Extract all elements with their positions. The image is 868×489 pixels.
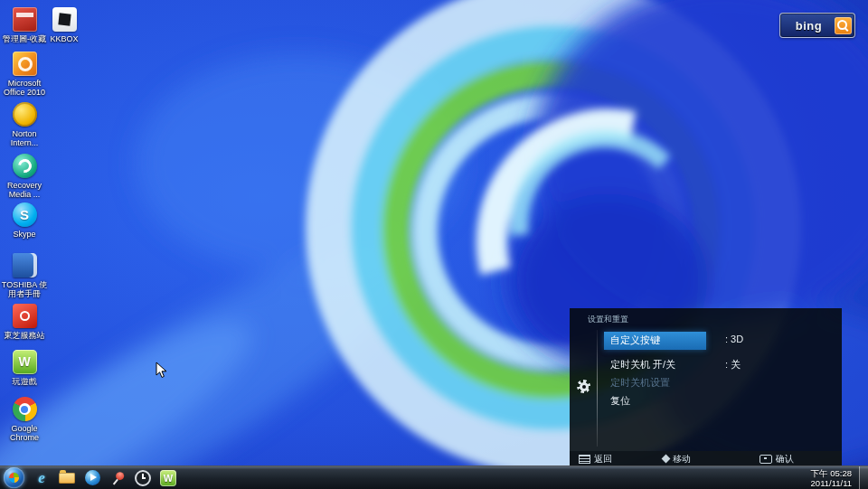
osd-item-custom-key[interactable]: 自定义按键 : 3D <box>604 332 835 350</box>
recovery-icon <box>13 154 37 178</box>
osd-item-label: 定时关机设置 <box>604 374 670 392</box>
tray-date: 2011/11/11 <box>811 478 852 488</box>
bing-search-button[interactable] <box>835 17 852 34</box>
osd-item-sleep-timer-onoff[interactable]: 定时关机 开/关 : 关 <box>604 356 835 374</box>
desktop-icon-label: Recovery Media ... <box>0 181 51 199</box>
desktop-icon-label: TOSHIBA 使用者手冊 <box>0 280 51 298</box>
tray-clock[interactable]: 下午 05:28 2011/11/11 <box>804 468 859 488</box>
menu-icon <box>579 455 590 464</box>
taskbar-media-player[interactable] <box>80 467 104 488</box>
folder-icon <box>59 473 75 484</box>
ie-icon: e <box>38 469 45 487</box>
osd-divider <box>597 330 598 447</box>
kkbox-cube-icon <box>52 7 77 32</box>
taskbar-wildtangent[interactable]: W <box>156 467 180 488</box>
desktop: 管理圖-收藏 KKBOX Microsoft Office 2010 Norto… <box>0 0 868 489</box>
desktop-icon-norton[interactable]: Norton Intern... <box>0 102 51 147</box>
desktop-icon-label: 玩遊戲 <box>0 377 51 386</box>
taskbar-pinned-app[interactable] <box>106 467 129 488</box>
osd-item-value: : 关 <box>725 358 741 371</box>
osd-move-label: 移动 <box>673 453 691 465</box>
desktop-icon-office[interactable]: Microsoft Office 2010 <box>0 52 51 97</box>
confirm-button-icon <box>760 455 772 464</box>
windows-flag-icon <box>8 472 19 483</box>
desktop-icon-label: 東芝服務站 <box>0 331 51 340</box>
osd-back-hint: 返回 <box>579 453 612 465</box>
clock-icon <box>135 470 151 486</box>
start-button[interactable] <box>4 467 24 488</box>
desktop-icon-label: Microsoft Office 2010 <box>0 79 51 97</box>
norton-icon <box>13 102 37 127</box>
album-book-icon <box>13 7 37 32</box>
osd-item-sleep-timer-settings[interactable]: 定时关机设置 <box>604 374 835 392</box>
magnifier-icon <box>837 20 847 30</box>
system-tray: 下午 05:28 2011/11/11 <box>804 466 868 489</box>
gear-icon <box>577 380 590 393</box>
toshiba-service-icon <box>13 304 37 328</box>
desktop-icon-games[interactable]: W 玩遊戲 <box>0 350 51 386</box>
mouse-cursor <box>156 362 168 380</box>
taskbar-windows-explorer[interactable] <box>55 467 79 488</box>
taskbar: e W 下午 05:28 2011/11/11 <box>0 465 868 489</box>
manual-book-icon <box>13 253 37 277</box>
desktop-icon-toshiba-service[interactable]: 東芝服務站 <box>0 304 51 340</box>
osd-item-value: : 3D <box>725 334 743 344</box>
tray-time: 下午 05:28 <box>811 468 852 478</box>
desktop-icon-chrome[interactable]: Google Chrome <box>0 397 51 442</box>
osd-item-reset[interactable]: 复位 <box>604 392 835 410</box>
desktop-icon-skype[interactable]: S Skype <box>0 202 51 239</box>
desktop-icon-label: Google Chrome <box>0 424 51 442</box>
desktop-icon-label: Norton Intern... <box>0 129 51 147</box>
osd-item-label: 复位 <box>604 392 630 410</box>
desktop-icon-recovery[interactable]: Recovery Media ... <box>0 154 51 199</box>
osd-item-label: 自定义按键 <box>604 332 706 350</box>
show-desktop-button[interactable] <box>859 466 868 489</box>
osd-item-label: 定时关机 开/关 <box>604 356 675 374</box>
office-icon <box>13 52 37 76</box>
desktop-icon-kkbox[interactable]: KKBOX <box>38 7 90 43</box>
desktop-icon-toshiba-manual[interactable]: TOSHIBA 使用者手冊 <box>0 253 51 298</box>
desktop-icon-label: Skype <box>0 230 51 239</box>
media-player-icon <box>85 470 100 485</box>
wildtangent-w-glyph: W <box>13 350 37 374</box>
wildtangent-icon: W <box>13 350 37 374</box>
bing-logo: bing <box>783 19 835 33</box>
desktop-icon-label: KKBOX <box>38 34 90 43</box>
chrome-icon <box>13 397 37 421</box>
pushpin-icon <box>108 467 128 488</box>
osd-move-hint: 移动 <box>663 453 691 465</box>
skype-icon: S <box>13 202 37 227</box>
osd-confirm-hint: 确认 <box>760 453 794 465</box>
skype-s-glyph: S <box>13 202 37 227</box>
osd-settings-menu: 设置和重置 自定义按键 : 3D 定时关机 开/关 : 关 定时关机设置 复位 … <box>570 308 842 466</box>
taskbar-clock-app[interactable] <box>131 467 155 488</box>
osd-confirm-label: 确认 <box>776 453 794 465</box>
wildtangent-icon: W <box>160 470 176 486</box>
osd-back-label: 返回 <box>594 453 612 465</box>
osd-title: 设置和重置 <box>588 314 628 325</box>
move-diamond-icon <box>662 455 671 464</box>
osd-footer: 返回 移动 确认 <box>570 451 842 466</box>
taskbar-internet-explorer[interactable]: e <box>30 467 53 488</box>
bing-gadget[interactable]: bing <box>779 13 855 38</box>
